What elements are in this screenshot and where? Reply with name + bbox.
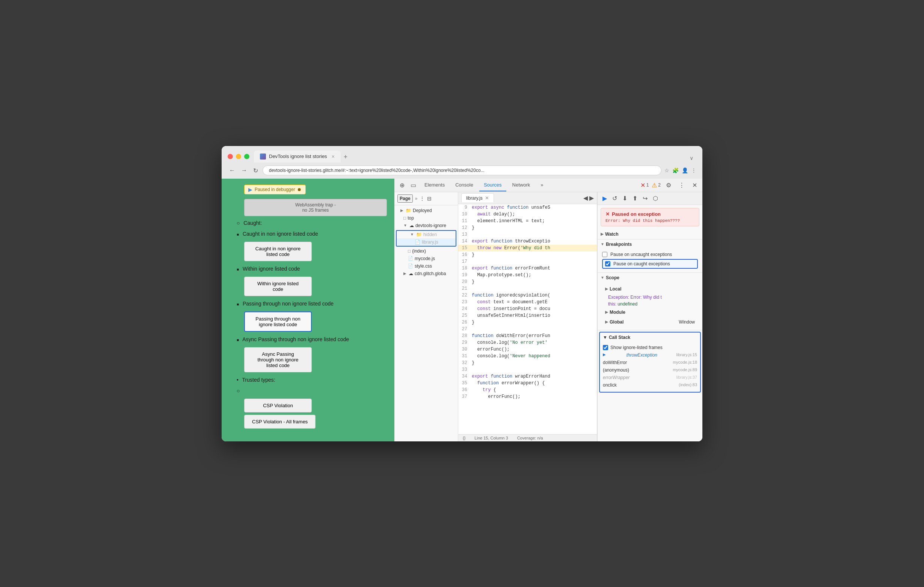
tree-item-top[interactable]: □ top: [394, 214, 458, 222]
device-mode-button[interactable]: ▭: [408, 180, 418, 190]
tree-item-hidden[interactable]: ▼ 📁 hidden: [397, 231, 455, 238]
tree-item-index[interactable]: □ (index): [394, 247, 458, 255]
inspect-element-button[interactable]: ⊕: [398, 180, 407, 190]
tree-item-style[interactable]: 📄 style.css: [394, 262, 458, 270]
tab-title: DevTools ignore list stories: [269, 153, 327, 159]
tree-item-cdn[interactable]: ▶ ☁ cdn.glitch.globa: [394, 270, 458, 277]
code-area[interactable]: 9 export async function unsafeS 10 await…: [458, 204, 597, 434]
reload-button[interactable]: ↻: [252, 166, 259, 176]
cs-frame-name-2: (anonymous): [603, 367, 629, 373]
editor-tab-filename: library.js: [466, 196, 483, 201]
csp-violation-all-button[interactable]: CSP Violation - All frames: [244, 415, 315, 429]
tree-item-mycode[interactable]: 📄 mycode.js: [394, 255, 458, 262]
tree-label-cdn: cdn.glitch.globa: [415, 271, 446, 276]
breakpoints-arrow-icon: ▼: [601, 242, 604, 246]
code-line-36: 36 try {: [458, 386, 597, 393]
close-traffic-light[interactable]: [228, 154, 233, 159]
async-passing-item: Async Passing through non ignore listed …: [222, 334, 394, 345]
caught-non-ignore-button[interactable]: Caught in non ignorelisted code: [244, 242, 312, 261]
back-button[interactable]: ←: [228, 166, 237, 175]
sidebar-more-button[interactable]: »: [415, 196, 417, 201]
tab-more[interactable]: »: [536, 179, 548, 191]
module-scope-header[interactable]: ▶ Module: [602, 307, 698, 317]
tab-console[interactable]: Console: [451, 179, 478, 191]
scope-this-item: this: undefined: [608, 301, 698, 307]
settings-button[interactable]: ⚙: [664, 180, 673, 190]
editor-tab-close-button[interactable]: ✕: [485, 195, 489, 201]
editor-forward-button[interactable]: ▶: [589, 194, 594, 202]
call-stack-frame-2[interactable]: (anonymous) mycode.js:89: [603, 366, 697, 374]
watch-header[interactable]: ▶ Watch: [597, 229, 702, 239]
code-line-17: 17: [458, 258, 597, 265]
sources-header: Page » ⋮ ⊟: [394, 192, 458, 205]
passing-through-button[interactable]: Passing through nonignore listed code: [244, 311, 312, 332]
devtools-body: Page » ⋮ ⊟ ▶ 📁 Deployed □ top: [394, 192, 702, 441]
code-line-34: 34 export function wrapErrorHand: [458, 373, 597, 380]
call-stack-frame-1[interactable]: doWithError mycode.js:18: [603, 359, 697, 366]
pause-caught-checkbox[interactable]: [605, 261, 610, 266]
tree-item-deployed[interactable]: ▶ 📁 Deployed: [394, 207, 458, 214]
tree-expand-icon: ▶: [400, 208, 403, 212]
sidebar-tab-page[interactable]: Page: [398, 194, 413, 203]
tree-item-devtools-ignore[interactable]: ▼ ☁ devtools-ignore: [394, 222, 458, 229]
call-stack-frame-3[interactable]: errorWrapper library.js:37: [603, 374, 697, 381]
new-tab-button[interactable]: +: [341, 151, 351, 163]
tab-elements[interactable]: Elements: [420, 179, 449, 191]
watch-arrow-icon: ▶: [601, 232, 604, 236]
resume-button[interactable]: ▶: [601, 194, 609, 203]
browser-tab-active[interactable]: DevTools ignore list stories ×: [254, 151, 341, 163]
step-out-button[interactable]: ⬆: [631, 194, 639, 203]
forward-button[interactable]: →: [240, 166, 249, 175]
sidebar-menu-icon[interactable]: ⋮: [419, 196, 425, 202]
trusted-types-sub: [222, 385, 394, 396]
passing-through-item: Passing through non ignore listed code: [222, 298, 394, 309]
editor-tab-library[interactable]: library.js ✕: [461, 193, 494, 202]
editor-back-button[interactable]: ◀: [583, 194, 588, 202]
tab-sources[interactable]: Sources: [479, 179, 507, 191]
step-over-button[interactable]: ↺: [610, 194, 619, 203]
pause-uncaught-checkbox[interactable]: [602, 252, 607, 257]
local-scope-header[interactable]: ▶ Local: [602, 284, 698, 294]
play-icon: ▶: [248, 187, 252, 192]
tree-item-library-js[interactable]: 📄 library.js: [397, 238, 455, 246]
async-passing-button[interactable]: Async Passingthrough non ignorelisted co…: [244, 347, 312, 372]
call-stack-frame-0[interactable]: throwException library.js:15: [603, 351, 697, 359]
profile-icon[interactable]: 👤: [682, 168, 688, 173]
code-line-31: 31 console.log('Never happened: [458, 353, 597, 360]
maximize-traffic-light[interactable]: [244, 154, 249, 159]
bookmark-icon[interactable]: ☆: [665, 168, 669, 173]
call-stack-header[interactable]: ▼ Call Stack: [600, 332, 700, 342]
step-into-button[interactable]: ⬇: [620, 194, 629, 203]
devtools-panel: ⊕ ▭ Elements Console Sources Network » ✕…: [394, 179, 702, 441]
sidebar-collapse-icon[interactable]: ⊟: [427, 196, 432, 202]
menu-icon[interactable]: ⋮: [691, 168, 696, 173]
minimize-traffic-light[interactable]: [236, 154, 241, 159]
page-content: ▶ Paused in debugger ⏺ WebAssembly trap …: [222, 179, 394, 441]
bullet-circle-icon-2: [237, 388, 242, 394]
tree-expand-icon-2: ▼: [403, 223, 407, 227]
local-scope-label: Local: [610, 286, 621, 292]
tab-overflow-button[interactable]: ∨: [686, 153, 696, 163]
address-bar: ← → ↻ ☆ 🧩 👤 ⋮: [222, 163, 702, 179]
show-ignored-frames-checkbox[interactable]: [603, 345, 608, 350]
close-devtools-button[interactable]: ✕: [690, 180, 700, 190]
scope-header[interactable]: ▼ Scope: [597, 273, 702, 283]
address-input[interactable]: [262, 166, 662, 175]
step-button[interactable]: ↪: [641, 194, 649, 203]
tab-network[interactable]: Network: [508, 179, 535, 191]
cs-frame-name-1: doWithError: [603, 360, 627, 365]
more-options-button[interactable]: ⋮: [676, 180, 687, 190]
global-scope-header[interactable]: ▶ Global Window: [602, 317, 698, 327]
scope-body: ▶ Local Exception: Error: Why did t this…: [597, 283, 702, 330]
global-arrow-icon: ▶: [605, 320, 608, 324]
within-ignore-button[interactable]: Within ignore listedcode: [244, 276, 312, 296]
csp-violation-button[interactable]: CSP Violation: [244, 399, 312, 413]
deactivate-breakpoints-button[interactable]: ⬡: [651, 194, 660, 203]
caught-heading: Caught:: [222, 218, 394, 229]
breakpoints-header[interactable]: ▼ Breakpoints: [597, 240, 702, 249]
tab-close-button[interactable]: ×: [332, 153, 335, 159]
extensions-icon[interactable]: 🧩: [672, 168, 679, 173]
show-ignored-frames-row: Show ignore-listed frames: [603, 344, 697, 351]
code-line-16: 16 }: [458, 252, 597, 258]
call-stack-frame-4[interactable]: onclick (index):83: [603, 381, 697, 389]
